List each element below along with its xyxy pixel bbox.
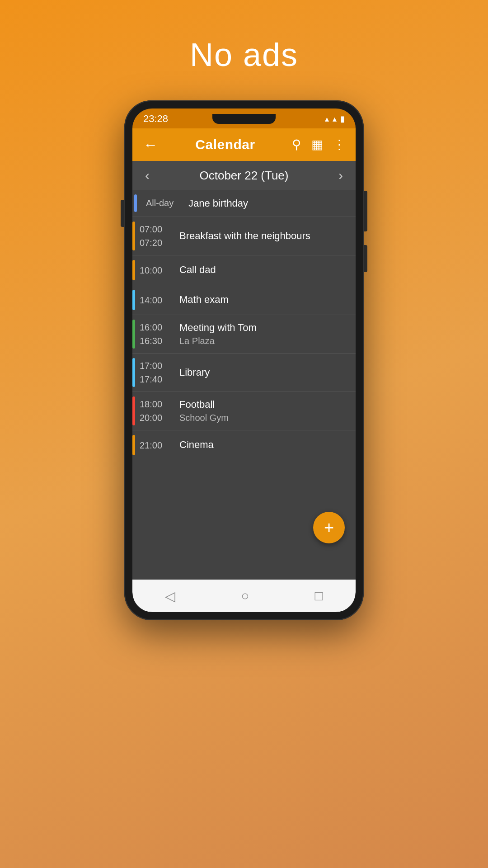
status-time: 23:28: [143, 113, 168, 125]
event-start-time: 07:00: [140, 222, 171, 236]
app-bar-actions: ⚲ ▦ ⋮: [289, 136, 348, 154]
bottom-navigation: ◁ ○ □: [132, 580, 356, 612]
event-details: Library: [176, 354, 356, 392]
event-row[interactable]: 21:00Cinema: [132, 430, 356, 460]
event-start-time: 14:00: [140, 293, 171, 307]
app-title: Calendar: [161, 137, 289, 152]
event-time-column: 21:00: [135, 430, 176, 460]
next-day-button[interactable]: ›: [335, 164, 347, 187]
event-subtitle: School Gym: [179, 411, 351, 424]
event-start-time: 17:00: [140, 359, 171, 373]
event-title: Math exam: [179, 293, 351, 307]
signal-icon: ▴: [333, 114, 337, 124]
event-details: Call dad: [176, 255, 356, 285]
event-row[interactable]: 10:00Call dad: [132, 255, 356, 285]
allday-label: All-day: [139, 198, 188, 208]
event-time-column: 16:0016:30: [135, 315, 176, 353]
back-button[interactable]: ←: [140, 134, 161, 156]
date-navigation: ‹ October 22 (Tue) ›: [132, 161, 356, 190]
event-details: Breakfast with the neighbours: [176, 217, 356, 255]
allday-color-bar: [134, 194, 137, 212]
event-end-time: 16:30: [140, 334, 171, 348]
event-start-time: 16:00: [140, 321, 171, 334]
event-row[interactable]: 07:0007:20Breakfast with the neighbours: [132, 217, 356, 255]
event-start-time: 18:00: [140, 397, 171, 411]
event-time-column: 07:0007:20: [135, 217, 176, 255]
current-date: October 22 (Tue): [199, 169, 288, 183]
allday-event-row[interactable]: All-day Jane birthday: [132, 190, 356, 217]
allday-title: Jane birthday: [188, 198, 248, 209]
phone-notch: [212, 114, 276, 124]
event-row[interactable]: 16:0016:30Meeting with TomLa Plaza: [132, 315, 356, 354]
volume-button-right: [364, 245, 367, 272]
event-start-time: 21:00: [140, 439, 171, 452]
event-title: Library: [179, 366, 351, 380]
more-options-icon[interactable]: ⋮: [330, 136, 348, 154]
event-details: Math exam: [176, 285, 356, 315]
search-icon[interactable]: ⚲: [289, 136, 304, 154]
event-title: Call dad: [179, 263, 351, 277]
back-nav-button[interactable]: ◁: [165, 588, 175, 604]
event-title: Football: [179, 398, 351, 412]
volume-button-left: [121, 200, 124, 227]
event-time-column: 14:00: [135, 285, 176, 315]
event-title: Cinema: [179, 438, 351, 452]
event-details: FootballSchool Gym: [176, 392, 356, 430]
event-time-column: 10:00: [135, 255, 176, 285]
event-details: Cinema: [176, 430, 356, 460]
battery-icon: ▮: [340, 114, 345, 124]
event-subtitle: La Plaza: [179, 335, 351, 347]
calendar-content: All-day Jane birthday 07:0007:20Breakfas…: [132, 190, 356, 580]
wifi-icon: ▴: [325, 114, 329, 124]
add-icon: +: [324, 519, 334, 536]
calendar-view-icon[interactable]: ▦: [309, 136, 326, 154]
event-end-time: 07:20: [140, 236, 171, 250]
events-container: 07:0007:20Breakfast with the neighbours1…: [132, 217, 356, 460]
event-details: Meeting with TomLa Plaza: [176, 315, 356, 353]
prev-day-button[interactable]: ‹: [141, 164, 153, 187]
power-button-right: [364, 191, 367, 231]
home-nav-button[interactable]: ○: [241, 588, 249, 604]
event-start-time: 10:00: [140, 264, 171, 277]
add-event-fab[interactable]: +: [313, 512, 345, 543]
app-bar: ← Calendar ⚲ ▦ ⋮: [132, 128, 356, 161]
event-time-column: 18:0020:00: [135, 392, 176, 430]
event-row[interactable]: 18:0020:00FootballSchool Gym: [132, 392, 356, 430]
page-headline: No ads: [190, 36, 298, 73]
status-icons: ▴ ▴ ▮: [325, 114, 345, 124]
event-row[interactable]: 17:0017:40Library: [132, 354, 356, 392]
event-row[interactable]: 14:00Math exam: [132, 285, 356, 315]
event-time-column: 17:0017:40: [135, 354, 176, 392]
event-end-time: 20:00: [140, 411, 171, 425]
recents-nav-button[interactable]: □: [314, 588, 323, 604]
event-title: Meeting with Tom: [179, 321, 351, 335]
phone-shell: 23:28 ▴ ▴ ▮ ← Calendar ⚲ ▦ ⋮ ‹ October 2…: [124, 100, 364, 620]
event-title: Breakfast with the neighbours: [179, 229, 351, 243]
event-end-time: 17:40: [140, 373, 171, 386]
phone-screen: 23:28 ▴ ▴ ▮ ← Calendar ⚲ ▦ ⋮ ‹ October 2…: [132, 108, 356, 612]
